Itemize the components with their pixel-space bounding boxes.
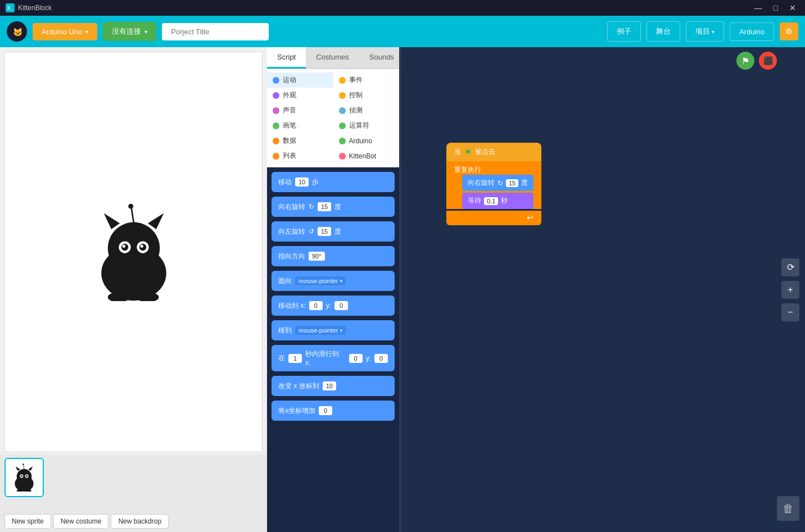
close-button[interactable]: ✕	[786, 2, 799, 13]
turn-right-inner-block[interactable]: 向右旋转 ↻ 15 度	[462, 175, 533, 191]
arduino-board-button[interactable]: Arduino Uno ▾	[33, 23, 97, 40]
flag-icon: ⚑	[741, 56, 749, 66]
svg-marker-6	[103, 213, 119, 229]
maximize-button[interactable]: □	[770, 2, 781, 13]
stop-button[interactable]: ⬛	[759, 52, 777, 70]
category-sound[interactable]: 声音	[267, 103, 333, 118]
glide-to-dropdown[interactable]: mouse-pointer ▾	[295, 326, 346, 335]
svg-point-15	[128, 204, 133, 209]
sprite-thumbnail[interactable]	[4, 458, 44, 497]
tab-script[interactable]: Script	[267, 47, 306, 69]
connect-button[interactable]: 没有连接 ▾	[103, 22, 156, 41]
control-dot	[339, 92, 346, 99]
block-turn-left[interactable]: 向左旋转 ↺ 15 度	[272, 221, 395, 242]
code-block-group: 当 ⚑ 当 🚩 被点击 被点击 重复执行 向右旋转 ↻ 15 度 等待	[446, 143, 541, 225]
svg-point-13	[140, 245, 143, 248]
new-backdrop-button[interactable]: New backdrop	[111, 514, 169, 529]
category-kittenbot[interactable]: KittenBot	[333, 148, 400, 163]
repeat-block[interactable]: 重复执行	[446, 161, 541, 175]
svg-line-28	[24, 465, 24, 469]
operators-dot	[339, 122, 346, 129]
window-controls: — □ ✕	[751, 2, 799, 13]
main-layout: New sprite New costume New backdrop Scri…	[0, 47, 805, 532]
svg-point-19	[17, 469, 32, 484]
category-events[interactable]: 事件	[333, 72, 400, 88]
face-dropdown[interactable]: mouse-pointer ▾	[295, 276, 346, 285]
zoom-out-button[interactable]: −	[781, 303, 799, 321]
svg-text:K: K	[7, 5, 11, 11]
data-dot	[273, 138, 279, 144]
arduino-cat-dot	[339, 138, 346, 144]
category-list[interactable]: 列表	[267, 148, 333, 163]
workspace-right-tools: ⟳ + −	[781, 258, 799, 321]
category-operators[interactable]: 运算符	[333, 118, 400, 133]
turn-right-input[interactable]: 15	[506, 179, 518, 187]
zoom-in-button[interactable]: +	[781, 281, 799, 299]
svg-point-29	[22, 463, 24, 465]
workspace-controls: ⚑ ⬛	[736, 52, 777, 70]
wait-inner-block[interactable]: 等待 0.1 秒	[462, 193, 533, 209]
block-set-x[interactable]: 将x坐标增加 0	[272, 401, 395, 421]
project-button[interactable]: 项目 ▾	[686, 21, 725, 42]
category-arduino[interactable]: Arduino	[333, 133, 400, 148]
sprite-thumbnails	[4, 458, 263, 497]
svg-point-26	[21, 475, 22, 476]
category-pen[interactable]: 画笔	[267, 118, 333, 133]
motion-dot	[273, 77, 279, 84]
sensing-dot	[339, 107, 346, 114]
svg-point-27	[26, 475, 27, 476]
repeat-end-block: ↩	[446, 211, 541, 225]
rotate-tool-button[interactable]: ⟳	[781, 258, 799, 276]
category-sensing[interactable]: 侦测	[333, 103, 400, 118]
looks-dot	[273, 92, 279, 99]
wait-input[interactable]: 0.1	[484, 197, 498, 205]
green-flag-button[interactable]: ⚑	[736, 52, 754, 70]
svg-point-5	[107, 222, 159, 274]
hat-block[interactable]: 当 ⚑ 当 🚩 被点击 被点击	[446, 143, 541, 161]
category-list: 运动 事件 外观 控制 声音	[267, 69, 399, 167]
category-motion[interactable]: 运动	[267, 72, 333, 88]
block-turn-right[interactable]: 向右旋转 ↻ 15 度	[272, 197, 395, 217]
category-data[interactable]: 数据	[267, 133, 333, 148]
svg-marker-20	[16, 466, 20, 471]
tab-costumes[interactable]: Costumes	[306, 47, 359, 69]
new-costume-button[interactable]: New costume	[53, 514, 109, 529]
project-title-input[interactable]	[162, 23, 269, 40]
app-logo: 🐱	[7, 21, 27, 42]
block-glide-secs[interactable]: 在 1 秒内滑行到 x: 0 y: 0	[272, 345, 395, 371]
block-glide-to[interactable]: 移到 mouse-pointer ▾	[272, 320, 395, 340]
bottom-buttons: New sprite New costume New backdrop	[0, 511, 267, 532]
block-goto-xy[interactable]: 移动到 x: 0 y: 0	[272, 295, 395, 316]
chevron-down-icon: ▾	[712, 29, 714, 35]
svg-point-12	[122, 245, 125, 248]
block-move[interactable]: 移动 10 步	[272, 172, 395, 192]
category-control[interactable]: 控制	[333, 88, 400, 103]
block-point-direction[interactable]: 指向方向 90°	[272, 246, 395, 266]
list-dot	[273, 153, 279, 160]
category-looks[interactable]: 外观	[267, 88, 333, 103]
minimize-button[interactable]: —	[751, 2, 766, 13]
tab-sounds[interactable]: Sounds	[359, 47, 399, 69]
app-title: KittenBlock	[18, 4, 52, 12]
block-face-toward[interactable]: 面向 mouse-pointer ▾	[272, 271, 395, 291]
titlebar: K KittenBlock — □ ✕	[0, 0, 805, 16]
new-sprite-button[interactable]: New sprite	[4, 514, 51, 529]
blocks-scroll-area: 移动 10 步 向右旋转 ↻ 15 度 向左旋转 ↺ 15 度 指向方向 9	[267, 167, 399, 532]
svg-marker-7	[147, 213, 163, 229]
pen-dot	[273, 122, 279, 129]
events-dot	[339, 77, 346, 84]
block-change-x[interactable]: 改变 x 坐标到 10	[272, 376, 395, 396]
kittenbot-dot	[339, 153, 346, 160]
sprite-list-area	[0, 454, 267, 511]
stage-button[interactable]: 舞台	[646, 21, 680, 42]
category-grid: 运动 事件 外观 控制 声音	[267, 72, 399, 163]
settings-button[interactable]: ⚙	[780, 22, 798, 40]
trash-button[interactable]: 🗑	[777, 496, 799, 521]
workspace[interactable]: ⚑ ⬛ 当 ⚑ 当 🚩 被点击 被点击 重复执行 向右旋转	[401, 47, 805, 532]
flag-icon-in-block: ⚑	[464, 148, 472, 157]
examples-button[interactable]: 例子	[607, 21, 641, 42]
blocks-panel: Script Costumes Sounds 运动 事件	[267, 47, 399, 532]
tabs-bar: Script Costumes Sounds	[267, 47, 399, 69]
arduino-button[interactable]: Arduino	[730, 22, 774, 41]
stop-icon: ⬛	[763, 56, 773, 65]
